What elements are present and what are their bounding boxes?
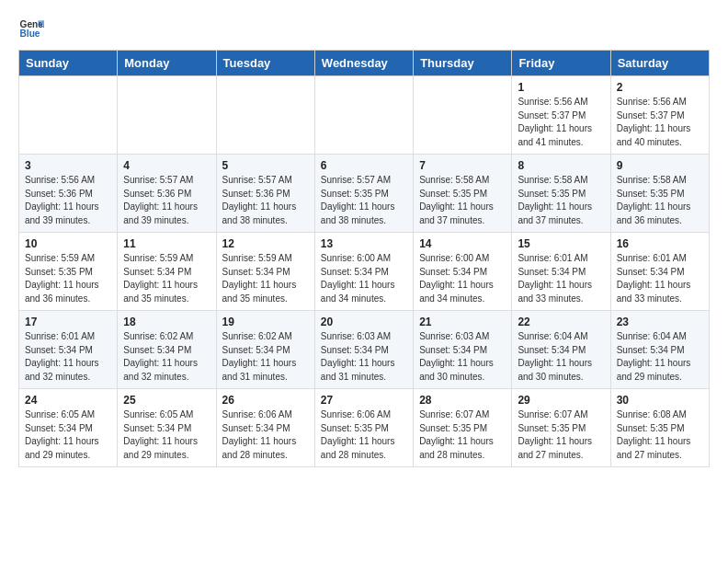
day-info: Sunrise: 6:01 AMSunset: 5:34 PMDaylight:… [518,252,604,305]
day-number: 23 [617,316,703,328]
header: General Blue [18,15,710,40]
day-info: Sunrise: 5:56 AMSunset: 5:37 PMDaylight:… [617,96,703,149]
day-number: 27 [321,394,407,407]
day-info: Sunrise: 5:56 AMSunset: 5:36 PMDaylight:… [25,174,111,227]
day-info: Sunrise: 6:08 AMSunset: 5:35 PMDaylight:… [617,408,703,462]
logo: General Blue [18,15,51,40]
day-number: 11 [123,237,210,250]
calendar-cell: 1Sunrise: 5:56 AMSunset: 5:37 PMDaylight… [512,76,610,155]
day-number: 28 [419,394,506,407]
day-info: Sunrise: 6:00 AMSunset: 5:34 PMDaylight:… [419,252,506,305]
calendar-cell: 22Sunrise: 6:04 AMSunset: 5:34 PMDayligh… [512,311,610,389]
calendar-cell: 6Sunrise: 5:57 AMSunset: 5:35 PMDaylight… [314,155,413,233]
day-number: 14 [419,237,506,250]
calendar-cell [216,76,314,155]
day-number: 21 [419,316,506,328]
calendar-week-3: 10Sunrise: 5:59 AMSunset: 5:35 PMDayligh… [19,233,710,311]
calendar-cell [118,76,216,155]
calendar-cell: 20Sunrise: 6:03 AMSunset: 5:34 PMDayligh… [314,311,413,389]
calendar-cell: 21Sunrise: 6:03 AMSunset: 5:34 PMDayligh… [414,311,512,389]
weekday-header-monday: Monday [118,51,216,76]
day-info: Sunrise: 5:56 AMSunset: 5:37 PMDaylight:… [518,96,604,149]
weekday-header-row: SundayMondayTuesdayWednesdayThursdayFrid… [19,51,710,76]
day-info: Sunrise: 6:05 AMSunset: 5:34 PMDaylight:… [123,408,210,462]
calendar-week-4: 17Sunrise: 6:01 AMSunset: 5:34 PMDayligh… [19,311,710,389]
day-number: 13 [321,237,407,250]
weekday-header-thursday: Thursday [414,51,512,76]
day-number: 5 [222,159,309,172]
calendar-cell: 29Sunrise: 6:07 AMSunset: 5:35 PMDayligh… [512,389,610,467]
day-info: Sunrise: 5:59 AMSunset: 5:35 PMDaylight:… [25,252,111,305]
page: General Blue SundayMondayTuesdayWednesda… [0,0,728,482]
day-number: 2 [617,81,703,94]
day-number: 20 [321,316,407,328]
calendar-week-2: 3Sunrise: 5:56 AMSunset: 5:36 PMDaylight… [19,155,710,233]
calendar-cell: 2Sunrise: 5:56 AMSunset: 5:37 PMDaylight… [610,76,709,155]
day-info: Sunrise: 6:02 AMSunset: 5:34 PMDaylight:… [222,330,309,384]
calendar-cell: 8Sunrise: 5:58 AMSunset: 5:35 PMDaylight… [512,155,610,233]
calendar-cell: 25Sunrise: 6:05 AMSunset: 5:34 PMDayligh… [118,389,216,467]
calendar-cell: 23Sunrise: 6:04 AMSunset: 5:34 PMDayligh… [610,311,709,389]
day-info: Sunrise: 6:07 AMSunset: 5:35 PMDaylight:… [419,408,506,462]
calendar-cell: 18Sunrise: 6:02 AMSunset: 5:34 PMDayligh… [118,311,216,389]
day-info: Sunrise: 6:06 AMSunset: 5:35 PMDaylight:… [321,408,407,462]
day-info: Sunrise: 5:57 AMSunset: 5:36 PMDaylight:… [222,174,309,227]
calendar-cell [414,76,512,155]
calendar-cell: 13Sunrise: 6:00 AMSunset: 5:34 PMDayligh… [314,233,413,311]
day-number: 12 [222,237,309,250]
calendar-cell: 17Sunrise: 6:01 AMSunset: 5:34 PMDayligh… [19,311,118,389]
weekday-header-friday: Friday [512,51,610,76]
day-info: Sunrise: 6:06 AMSunset: 5:34 PMDaylight:… [222,408,309,462]
day-number: 8 [518,159,604,172]
day-number: 7 [419,159,506,172]
calendar-cell [314,76,413,155]
day-number: 16 [617,237,703,250]
calendar-cell: 24Sunrise: 6:05 AMSunset: 5:34 PMDayligh… [19,389,118,467]
day-number: 1 [518,81,604,94]
calendar-cell: 12Sunrise: 5:59 AMSunset: 5:34 PMDayligh… [216,233,314,311]
day-info: Sunrise: 6:01 AMSunset: 5:34 PMDaylight:… [25,330,111,384]
day-number: 26 [222,394,309,407]
calendar-week-1: 1Sunrise: 5:56 AMSunset: 5:37 PMDaylight… [19,76,710,155]
day-number: 29 [518,394,604,407]
calendar-cell: 16Sunrise: 6:01 AMSunset: 5:34 PMDayligh… [610,233,709,311]
day-number: 10 [25,237,111,250]
day-info: Sunrise: 6:04 AMSunset: 5:34 PMDaylight:… [518,330,604,384]
calendar-cell: 27Sunrise: 6:06 AMSunset: 5:35 PMDayligh… [314,389,413,467]
day-number: 3 [25,159,111,172]
calendar-cell: 3Sunrise: 5:56 AMSunset: 5:36 PMDaylight… [19,155,118,233]
calendar-cell: 5Sunrise: 5:57 AMSunset: 5:36 PMDaylight… [216,155,314,233]
day-number: 30 [617,394,703,407]
calendar-table: SundayMondayTuesdayWednesdayThursdayFrid… [18,50,710,467]
calendar-cell: 7Sunrise: 5:58 AMSunset: 5:35 PMDaylight… [414,155,512,233]
logo-icon: General Blue [18,15,44,40]
calendar-cell: 9Sunrise: 5:58 AMSunset: 5:35 PMDaylight… [610,155,709,233]
day-info: Sunrise: 6:01 AMSunset: 5:34 PMDaylight:… [617,252,703,305]
day-number: 18 [123,316,210,328]
calendar-week-5: 24Sunrise: 6:05 AMSunset: 5:34 PMDayligh… [19,389,710,467]
calendar-cell: 15Sunrise: 6:01 AMSunset: 5:34 PMDayligh… [512,233,610,311]
calendar-cell: 30Sunrise: 6:08 AMSunset: 5:35 PMDayligh… [610,389,709,467]
calendar-cell: 19Sunrise: 6:02 AMSunset: 5:34 PMDayligh… [216,311,314,389]
day-info: Sunrise: 5:58 AMSunset: 5:35 PMDaylight:… [518,174,604,227]
weekday-header-tuesday: Tuesday [216,51,314,76]
calendar-cell: 10Sunrise: 5:59 AMSunset: 5:35 PMDayligh… [19,233,118,311]
calendar-cell: 11Sunrise: 5:59 AMSunset: 5:34 PMDayligh… [118,233,216,311]
day-number: 4 [123,159,210,172]
day-info: Sunrise: 6:00 AMSunset: 5:34 PMDaylight:… [321,252,407,305]
weekday-header-sunday: Sunday [19,51,118,76]
calendar-body: 1Sunrise: 5:56 AMSunset: 5:37 PMDaylight… [19,76,710,467]
day-info: Sunrise: 6:05 AMSunset: 5:34 PMDaylight:… [25,408,111,462]
day-info: Sunrise: 5:57 AMSunset: 5:36 PMDaylight:… [123,174,210,227]
weekday-header-saturday: Saturday [610,51,709,76]
calendar-cell [19,76,118,155]
day-info: Sunrise: 5:58 AMSunset: 5:35 PMDaylight:… [419,174,506,227]
day-info: Sunrise: 6:04 AMSunset: 5:34 PMDaylight:… [617,330,703,384]
day-number: 15 [518,237,604,250]
day-number: 25 [123,394,210,407]
weekday-header-wednesday: Wednesday [314,51,413,76]
calendar-cell: 26Sunrise: 6:06 AMSunset: 5:34 PMDayligh… [216,389,314,467]
day-number: 22 [518,316,604,328]
day-info: Sunrise: 6:02 AMSunset: 5:34 PMDaylight:… [123,330,210,384]
day-info: Sunrise: 5:59 AMSunset: 5:34 PMDaylight:… [222,252,309,305]
